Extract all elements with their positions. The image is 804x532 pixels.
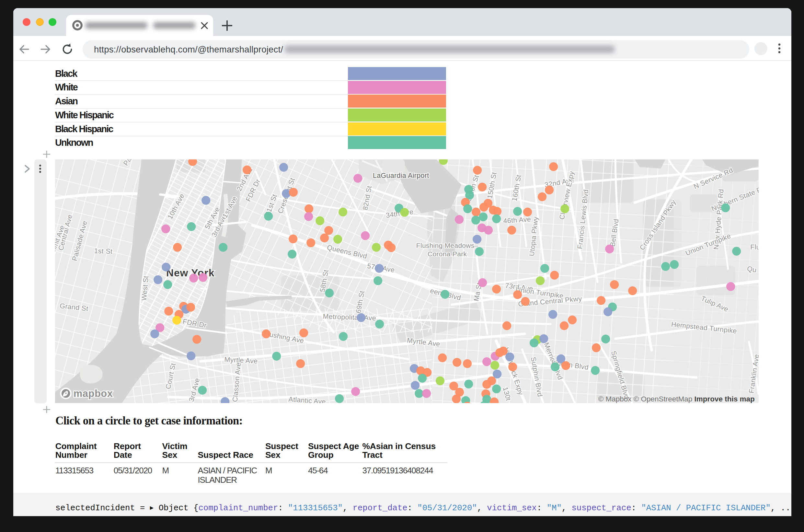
svg-text:Qu: Qu — [747, 265, 757, 274]
svg-text:LaGuardia Airport: LaGuardia Airport — [373, 172, 429, 179]
svg-text:mapbox: mapbox — [74, 388, 113, 399]
svg-text:Flushing Meadows–: Flushing Meadows– — [416, 242, 478, 249]
svg-text:© Mapbox © OpenStreetMap Impro: © Mapbox © OpenStreetMap Improve this ma… — [598, 395, 755, 403]
svg-text:Corona Park: Corona Park — [427, 250, 467, 258]
svg-text:1st St: 1st St — [94, 247, 113, 255]
svg-text:Flu: Flu — [750, 243, 759, 251]
